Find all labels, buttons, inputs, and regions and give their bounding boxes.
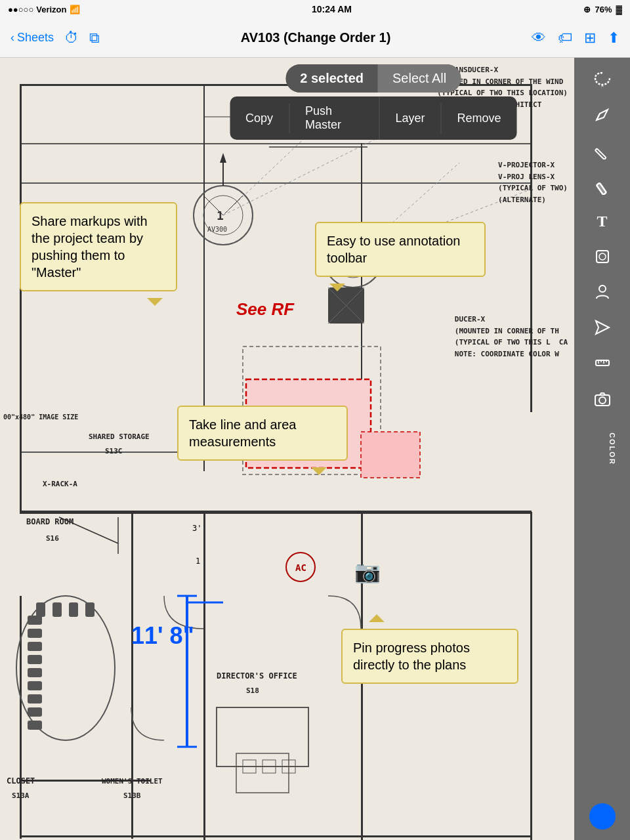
shared-storage-label: SHARED STORAGE xyxy=(89,431,150,443)
back-button[interactable]: ‹ Sheets xyxy=(10,31,54,45)
s18-label: S18 xyxy=(246,685,259,697)
board-room-label: BOARD ROOM xyxy=(26,516,74,528)
tooltip-measure: Take line and area measurements xyxy=(177,406,348,461)
svg-marker-78 xyxy=(596,321,609,334)
small-dimension2: 1 xyxy=(196,556,200,566)
svg-text:AV300: AV300 xyxy=(207,226,227,233)
battery-icon: ▓ xyxy=(616,5,622,14)
tooltip-markup: Share markups with the project team by p… xyxy=(20,202,177,291)
svg-rect-75 xyxy=(597,251,608,262)
closet-label: CLOSET xyxy=(7,775,35,788)
send-tool-button[interactable] xyxy=(583,311,622,344)
svg-rect-42 xyxy=(28,681,42,690)
measurement-label: 11' 8" xyxy=(131,622,194,650)
svg-text:AC: AC xyxy=(295,562,306,573)
shape-tool-button[interactable] xyxy=(583,240,622,273)
location-icon: ⊕ xyxy=(583,5,591,14)
selected-count-bar: 2 selected Select All xyxy=(285,64,461,93)
eye-icon[interactable]: 👁 xyxy=(532,30,546,47)
svg-rect-45 xyxy=(28,721,42,730)
svg-rect-37 xyxy=(28,616,42,625)
projector-label: V-PROJECTOR-X V-PROJ LENS-X (TYPICAL OF … xyxy=(498,159,568,205)
selection-toolbar: 2 selected Select All Copy Push Master L… xyxy=(230,64,517,140)
nav-right: 👁 🏷 ⊞ ⬆ xyxy=(532,30,620,47)
small-dimension: 3' xyxy=(192,524,201,533)
svg-rect-56 xyxy=(203,512,205,840)
svg-rect-44 xyxy=(28,707,42,717)
layers-icon[interactable]: ⧉ xyxy=(89,30,100,47)
nav-left: ‹ Sheets ⏱ ⧉ xyxy=(10,30,100,47)
color-label: COLOR xyxy=(608,432,616,465)
svg-rect-73 xyxy=(595,148,606,159)
pen-tool-button[interactable] xyxy=(583,98,622,131)
svg-text:1: 1 xyxy=(217,209,224,222)
svg-rect-5 xyxy=(22,182,530,184)
carrier-label: Verizon xyxy=(36,5,66,14)
tooltip-annotation: Easy to use annotation toolbar xyxy=(315,222,486,277)
svg-rect-31 xyxy=(361,432,420,478)
svg-rect-61 xyxy=(131,780,133,837)
highlight-tool-button[interactable] xyxy=(583,169,622,202)
svg-rect-32 xyxy=(20,512,532,514)
svg-rect-79 xyxy=(596,360,609,366)
svg-rect-40 xyxy=(28,655,42,664)
selected-count-label: 2 selected xyxy=(285,64,378,93)
status-bar: ●●○○○ Verizon 📶 10:24 AM ⊕ 76% ▓ xyxy=(0,0,630,18)
svg-rect-41 xyxy=(28,668,42,677)
image-size-label: 00"x480" IMAGE SIZE xyxy=(3,412,78,423)
blueprint-view[interactable]: 1 AV300 3 AV300 xyxy=(0,58,574,840)
right-toolbar: T xyxy=(574,58,630,840)
remove-button[interactable]: Remove xyxy=(441,104,516,133)
svg-rect-49 xyxy=(85,602,94,617)
directors-office-label: DIRECTOR'S OFFICE xyxy=(217,670,297,682)
svg-rect-55 xyxy=(131,512,133,597)
svg-rect-34 xyxy=(530,512,532,840)
x-rack-label: X-RACK-A xyxy=(43,478,77,490)
svg-rect-47 xyxy=(52,602,62,617)
status-right: ⊕ 76% ▓ xyxy=(583,5,622,14)
battery-label: 76% xyxy=(595,5,612,14)
svg-rect-2 xyxy=(20,84,22,511)
pencil-tool-button[interactable] xyxy=(583,134,622,167)
svg-rect-43 xyxy=(28,694,42,704)
push-master-button[interactable]: Push Master xyxy=(289,96,379,140)
page-title: AV103 (Change Order 1) xyxy=(241,30,391,45)
canvas-area[interactable]: 1 AV300 3 AV300 xyxy=(0,58,630,840)
camera-pin-icon[interactable]: 📷 xyxy=(354,559,381,584)
svg-rect-46 xyxy=(36,602,45,617)
nav-bar: ‹ Sheets ⏱ ⧉ AV103 (Change Order 1) 👁 🏷 … xyxy=(0,18,630,58)
tag-icon[interactable]: 🏷 xyxy=(558,30,572,47)
back-chevron-icon: ‹ xyxy=(10,31,14,45)
action-bar: Copy Push Master Layer Remove xyxy=(230,96,517,140)
lasso-tool-button[interactable] xyxy=(583,63,622,96)
time-display: 10:24 AM xyxy=(312,4,352,14)
svg-rect-48 xyxy=(69,602,78,617)
grid-icon[interactable]: ⊞ xyxy=(584,30,596,47)
s16-label: S16 xyxy=(46,533,59,545)
svg-point-77 xyxy=(599,285,606,292)
history-icon[interactable]: ⏱ xyxy=(64,30,79,47)
svg-rect-59 xyxy=(20,780,22,837)
s13b-label: S13B xyxy=(123,790,141,802)
wifi-icon: 📶 xyxy=(70,5,80,14)
see-rf-annotation: See RF xyxy=(236,299,294,320)
womens-toilet-label: WOMEN'S TOILET xyxy=(102,776,163,788)
color-picker-button[interactable] xyxy=(589,803,616,830)
ruler-tool-button[interactable] xyxy=(583,346,622,379)
status-left: ●●○○○ Verizon 📶 xyxy=(8,5,80,14)
svg-rect-74 xyxy=(596,183,606,195)
signal-dots: ●●○○○ xyxy=(8,5,33,14)
person-tool-button[interactable] xyxy=(583,276,622,308)
camera-tool-button[interactable] xyxy=(583,382,622,415)
back-label: Sheets xyxy=(17,31,54,45)
s13c-label: S13C xyxy=(105,446,123,457)
copy-button[interactable]: Copy xyxy=(230,104,289,133)
layer-button[interactable]: Layer xyxy=(379,104,441,133)
svg-rect-39 xyxy=(28,642,42,651)
svg-point-85 xyxy=(599,397,606,404)
text-tool-button[interactable]: T xyxy=(583,205,622,238)
svg-point-76 xyxy=(599,253,606,260)
svg-rect-4 xyxy=(22,143,530,144)
select-all-button[interactable]: Select All xyxy=(378,64,461,93)
share-icon[interactable]: ⬆ xyxy=(608,30,620,47)
